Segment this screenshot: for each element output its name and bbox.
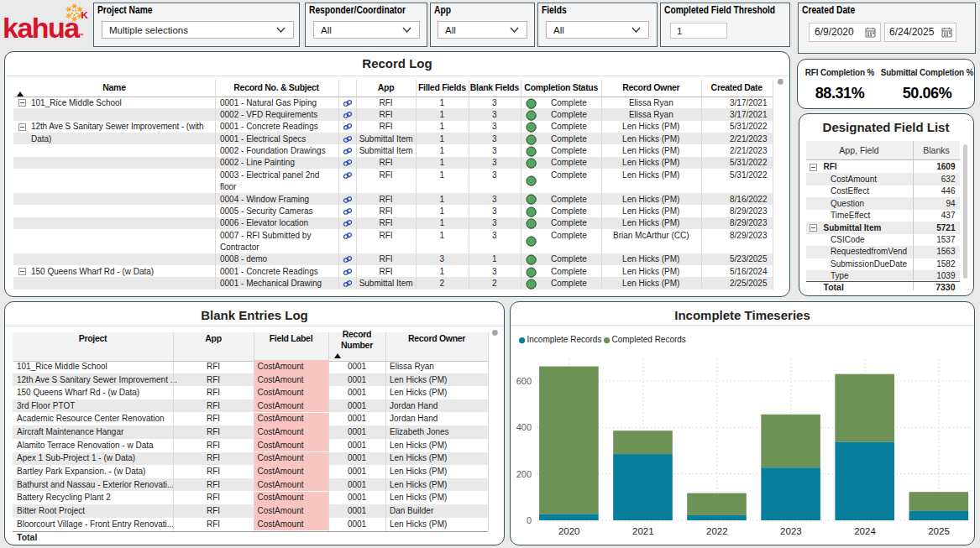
- svg-text:2024: 2024: [854, 526, 876, 536]
- svg-text:2025: 2025: [928, 526, 950, 536]
- svg-text:200: 200: [516, 469, 532, 479]
- svg-text:600: 600: [516, 376, 532, 386]
- svg-text:2020: 2020: [558, 526, 580, 536]
- svg-text:2022: 2022: [706, 526, 728, 536]
- svg-text:2021: 2021: [632, 526, 654, 536]
- svg-text:0: 0: [527, 515, 532, 525]
- svg-text:400: 400: [516, 422, 532, 432]
- svg-text:2023: 2023: [780, 526, 802, 536]
- svg-text:K: K: [81, 10, 89, 20]
- svg-text:™: ™: [78, 33, 84, 39]
